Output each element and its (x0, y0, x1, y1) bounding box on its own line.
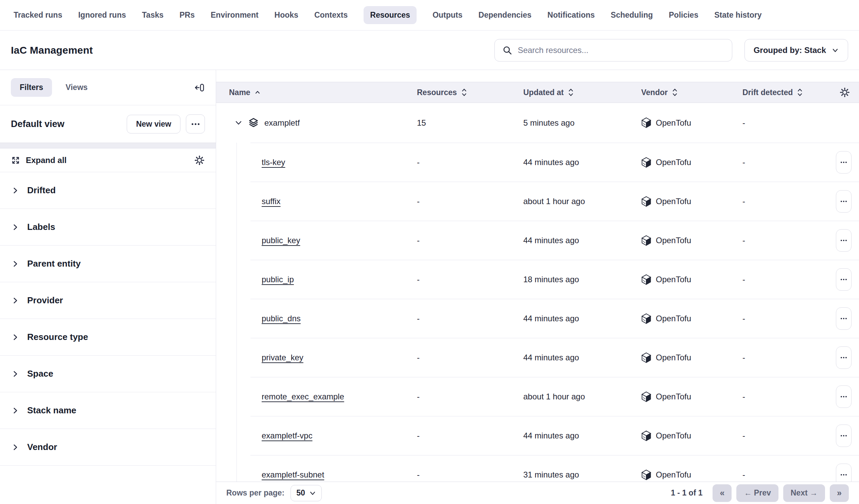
column-header-name[interactable]: Name (216, 88, 417, 97)
nav-tab-hooks[interactable]: Hooks (274, 6, 298, 24)
nav-tab-ignored-runs[interactable]: Ignored runs (78, 6, 126, 24)
sort-icon (568, 88, 574, 97)
resources-count: - (417, 470, 523, 479)
collapse-sidebar-button[interactable] (194, 83, 205, 92)
updated-at: 44 minutes ago (523, 157, 641, 167)
resource-row-tls-key: tls-key-44 minutes agoOpenTofu- (216, 143, 859, 182)
chevron-right-icon (12, 224, 19, 231)
grouped-by-dropdown[interactable]: Grouped by: Stack (744, 39, 848, 61)
resource-row-remote_exec_example: remote_exec_example-about 1 hour agoOpen… (216, 377, 859, 416)
column-header-resources[interactable]: Resources (417, 88, 523, 97)
nav-tab-resources[interactable]: Resources (364, 6, 417, 24)
stack-row-exampletf[interactable]: exampletf 15 5 minutes ago OpenTofu - (216, 103, 859, 143)
column-header-drift-detected[interactable]: Drift detected (742, 88, 836, 97)
nav-tab-contexts[interactable]: Contexts (314, 6, 348, 24)
search-icon (502, 45, 512, 55)
first-page-button[interactable]: « (712, 484, 732, 502)
nav-tab-environment[interactable]: Environment (211, 6, 259, 24)
stack-resources-count: 15 (417, 118, 523, 128)
updated-at: 44 minutes ago (523, 314, 641, 323)
ellipsis-icon (841, 201, 842, 202)
vendor-label: OpenTofu (656, 157, 691, 167)
nav-tab-outputs[interactable]: Outputs (433, 6, 463, 24)
resource-link[interactable]: public_dns (262, 314, 301, 323)
resource-row-private_key: private_key-44 minutes agoOpenTofu- (216, 338, 859, 377)
drift-value: - (742, 275, 836, 284)
resource-link[interactable]: exampletf-subnet (262, 470, 324, 479)
pagination-bar: Rows per page: 50 1 - 1 of 1 « ← Prev Ne… (216, 482, 859, 504)
sort-icon (461, 88, 467, 97)
nav-tab-tracked-runs[interactable]: Tracked runs (14, 6, 62, 24)
filter-section-vendor[interactable]: Vendor (0, 429, 216, 465)
rows-per-page-select[interactable]: 50 (290, 485, 322, 501)
nav-tab-tasks[interactable]: Tasks (142, 6, 164, 24)
tab-views[interactable]: Views (57, 78, 96, 97)
view-options-button[interactable] (186, 114, 205, 134)
resource-link[interactable]: public_key (262, 236, 300, 245)
opentofu-icon (641, 469, 651, 480)
row-menu-button[interactable] (836, 268, 852, 291)
row-menu-button[interactable] (836, 151, 852, 173)
tab-filters[interactable]: Filters (11, 78, 52, 97)
iac-management-page: Tracked runsIgnored runsTasksPRsEnvironm… (0, 0, 859, 504)
rows-per-page-value: 50 (296, 488, 305, 498)
filter-section-label: Provider (27, 295, 63, 306)
filter-section-provider[interactable]: Provider (0, 282, 216, 319)
drift-value: - (742, 470, 836, 479)
row-menu-button[interactable] (836, 425, 852, 447)
filter-section-parent-entity[interactable]: Parent entity (0, 246, 216, 282)
chevron-right-icon (12, 334, 19, 341)
sidebar-tabs: Filters Views (0, 70, 216, 105)
nav-tab-prs[interactable]: PRs (179, 6, 195, 24)
row-menu-button[interactable] (836, 229, 852, 252)
vendor-label: OpenTofu (656, 470, 691, 479)
resource-link[interactable]: exampletf-vpc (262, 431, 312, 441)
resources-table: NameResourcesUpdated atVendorDrift detec… (216, 70, 859, 504)
table-settings-button[interactable] (839, 87, 850, 98)
filter-settings-button[interactable] (194, 155, 205, 166)
nav-tab-state-history[interactable]: State history (714, 6, 762, 24)
row-menu-button[interactable] (836, 190, 852, 213)
filter-section-space[interactable]: Space (0, 355, 216, 392)
nav-tab-dependencies[interactable]: Dependencies (479, 6, 531, 24)
column-header-updated-at[interactable]: Updated at (523, 88, 641, 97)
row-menu-button[interactable] (836, 307, 852, 330)
nav-tab-policies[interactable]: Policies (669, 6, 698, 24)
filter-section-drifted[interactable]: Drifted (0, 172, 216, 209)
opentofu-icon (641, 391, 651, 402)
resource-link[interactable]: public_ip (262, 275, 294, 284)
column-label: Resources (417, 88, 457, 97)
resource-link[interactable]: tls-key (262, 157, 285, 167)
row-menu-button[interactable] (836, 463, 852, 482)
updated-at: 31 minutes ago (523, 470, 641, 479)
nav-tab-notifications[interactable]: Notifications (547, 6, 594, 24)
grouped-by-label: Grouped by: Stack (754, 46, 826, 55)
vendor-label: OpenTofu (656, 275, 691, 284)
opentofu-icon (641, 117, 651, 128)
nav-tab-scheduling[interactable]: Scheduling (611, 6, 653, 24)
prev-page-button[interactable]: ← Prev (736, 484, 778, 502)
filter-section-labels[interactable]: Labels (0, 209, 216, 246)
default-view-row: Default view New view (0, 105, 216, 143)
expand-all-button[interactable]: Expand all (26, 155, 66, 165)
column-header-vendor[interactable]: Vendor (641, 88, 742, 97)
updated-at: about 1 hour ago (523, 197, 641, 206)
next-page-button[interactable]: Next → (783, 484, 825, 502)
new-view-button[interactable]: New view (127, 115, 180, 134)
chevron-right-icon (12, 260, 19, 268)
ellipsis-icon (841, 162, 842, 163)
filter-section-stack-name[interactable]: Stack name (0, 392, 216, 429)
resource-link[interactable]: suffix (262, 197, 281, 206)
row-menu-button[interactable] (836, 385, 852, 408)
search-input[interactable]: Search resources... (494, 39, 732, 61)
stack-name[interactable]: exampletf (265, 118, 300, 128)
chevron-down-icon[interactable] (235, 119, 243, 127)
filter-section-resource-type[interactable]: Resource type (0, 319, 216, 355)
last-page-button[interactable]: » (830, 484, 849, 502)
collapse-panel-icon (194, 83, 205, 92)
opentofu-icon (641, 157, 651, 168)
row-menu-button[interactable] (836, 347, 852, 369)
resource-link[interactable]: remote_exec_example (262, 392, 344, 401)
resource-link[interactable]: private_key (262, 353, 303, 362)
ellipsis-icon (841, 435, 842, 437)
